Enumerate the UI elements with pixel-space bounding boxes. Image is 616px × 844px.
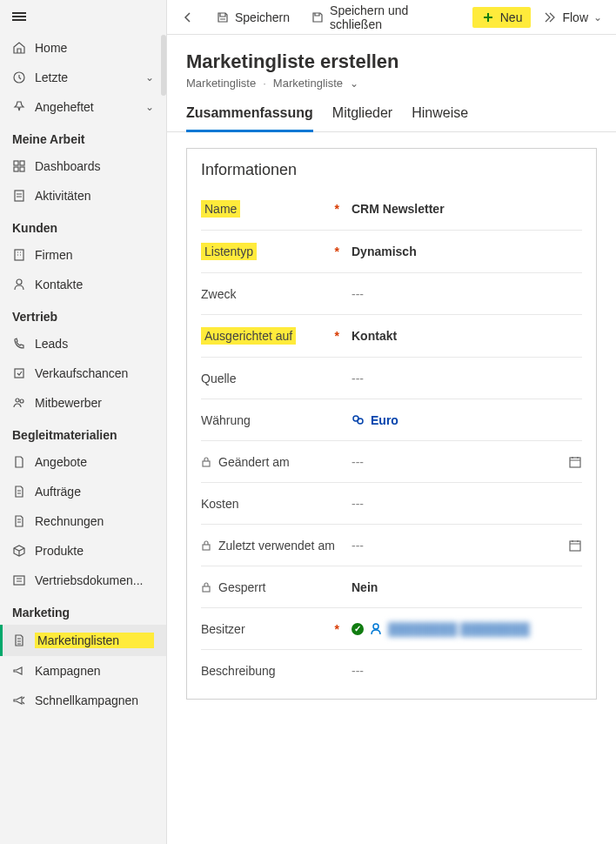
field-modified: Geändert am ---	[201, 441, 582, 483]
flow-icon	[543, 10, 557, 24]
sidebar-item-label: Angebote	[35, 455, 154, 469]
invoice-icon	[12, 514, 26, 528]
field-currency[interactable]: Währung Euro	[201, 399, 582, 441]
sidebar-item-label: Angeheftet	[35, 100, 145, 114]
field-value[interactable]: Euro	[345, 413, 582, 427]
sidebar-item-label: Home	[35, 41, 154, 55]
field-owner[interactable]: Besitzer * ✓ ████████ ████████	[201, 608, 582, 650]
sidebar-scrollbar[interactable]	[161, 35, 166, 96]
field-description[interactable]: Beschreibung ---	[201, 650, 582, 692]
calendar-icon[interactable]	[568, 539, 582, 553]
command-bar: Speichern Speichern und schließen Neu Fl…	[167, 0, 616, 35]
svg-point-19	[373, 624, 378, 629]
field-value[interactable]: ---	[345, 664, 582, 678]
list-icon	[12, 633, 26, 647]
field-source[interactable]: Quelle ---	[201, 358, 582, 399]
flow-button[interactable]: Flow ⌄	[534, 5, 611, 30]
field-label: Geändert am	[218, 455, 290, 469]
svg-point-9	[16, 399, 19, 402]
field-value[interactable]: Dynamisch	[345, 244, 582, 258]
sidebar-item-accounts[interactable]: Firmen	[0, 240, 166, 270]
sidebar-item-label: Mitbewerber	[35, 396, 154, 410]
field-locked: Gesperrt Nein	[201, 566, 582, 608]
tab-members[interactable]: Mitglieder	[332, 105, 392, 131]
lock-icon	[201, 457, 211, 467]
svg-point-13	[358, 419, 363, 424]
sidebar-item-products[interactable]: Produkte	[0, 536, 166, 566]
sidebar-item-quotes[interactable]: Angebote	[0, 447, 166, 477]
field-label: Besitzer	[201, 622, 245, 636]
sidebar-item-orders[interactable]: Aufträge	[0, 477, 166, 506]
breadcrumb: Marketingliste · Marketingliste ⌄	[186, 77, 597, 90]
sidebar-item-pinned[interactable]: Angeheftet ⌄	[0, 92, 166, 122]
chevron-down-icon: ⌄	[145, 71, 154, 84]
sidebar-item-dashboards[interactable]: Dashboards	[0, 151, 166, 181]
field-value[interactable]: ✓ ████████ ████████	[345, 622, 582, 636]
back-button[interactable]	[172, 5, 204, 30]
sidebar-item-quickcampaigns[interactable]: Schnellkampagnen	[0, 686, 166, 715]
cmd-label: Flow	[562, 10, 588, 24]
field-value[interactable]: Kontakt	[345, 329, 582, 343]
field-label: Währung	[201, 413, 251, 427]
field-value[interactable]: ---	[345, 372, 582, 385]
field-targeted[interactable]: Ausgerichtet auf * Kontakt	[201, 315, 582, 358]
save-button[interactable]: Speichern	[207, 5, 298, 30]
calendar-icon[interactable]	[568, 455, 582, 469]
save-close-button[interactable]: Speichern und schließen	[302, 0, 469, 37]
svg-rect-18	[203, 586, 210, 592]
sidebar-item-label: Firmen	[35, 248, 154, 262]
field-label: Zuletzt verwendet am	[218, 539, 335, 553]
save-icon	[216, 10, 230, 24]
card-title: Informationen	[201, 161, 582, 179]
save-close-icon	[311, 10, 325, 24]
sidebar-item-competitors[interactable]: Mitbewerber	[0, 388, 166, 418]
tabs: Zusammenfassung Mitglieder Hinweise	[167, 90, 616, 132]
owner-name: ████████ ████████	[388, 622, 530, 636]
page-header: Marketingliste erstellen Marketingliste …	[167, 35, 616, 90]
sidebar-item-opportunities[interactable]: Verkaufschancen	[0, 358, 166, 388]
tab-summary[interactable]: Zusammenfassung	[186, 105, 313, 132]
cmd-label: Speichern	[235, 10, 290, 24]
hamburger-menu[interactable]	[0, 0, 166, 33]
field-value: Nein	[345, 580, 582, 594]
cmd-label: Neu	[500, 10, 523, 24]
sidebar-item-marketinglists[interactable]: Marketinglisten	[0, 625, 166, 656]
sidebar-item-contacts[interactable]: Kontakte	[0, 270, 166, 299]
svg-rect-14	[203, 461, 210, 466]
chevron-down-icon[interactable]: ⌄	[350, 77, 358, 90]
field-label: Listentyp	[201, 243, 257, 260]
svg-rect-16	[203, 545, 210, 550]
tab-notes[interactable]: Hinweise	[412, 105, 468, 131]
sidebar-item-leads[interactable]: Leads	[0, 329, 166, 358]
sidebar-item-home[interactable]: Home	[0, 33, 166, 63]
field-cost[interactable]: Kosten ---	[201, 483, 582, 525]
new-button[interactable]: Neu	[472, 7, 532, 28]
sidebar-item-activities[interactable]: Aktivitäten	[0, 181, 166, 211]
sidebar-section-customers: Kunden	[0, 211, 166, 240]
breadcrumb-item[interactable]: Marketingliste	[186, 77, 256, 90]
field-value[interactable]: ---	[345, 287, 582, 301]
field-name[interactable]: Name * CRM Newsletter	[201, 188, 582, 231]
people-icon	[12, 396, 26, 410]
svg-rect-17	[570, 541, 580, 551]
currency-icon	[352, 413, 365, 427]
field-purpose[interactable]: Zweck ---	[201, 273, 582, 315]
sidebar-item-invoices[interactable]: Rechnungen	[0, 506, 166, 536]
field-value: ---	[345, 455, 568, 469]
document-icon	[12, 485, 26, 499]
svg-rect-8	[15, 369, 23, 378]
box-icon	[12, 544, 26, 558]
sidebar-item-campaigns[interactable]: Kampagnen	[0, 656, 166, 686]
breadcrumb-item[interactable]: Marketingliste	[273, 77, 343, 90]
field-value[interactable]: ---	[345, 497, 582, 511]
sidebar-item-salesdocs[interactable]: Vertriebsdokumen...	[0, 566, 166, 595]
sidebar-item-recent[interactable]: Letzte ⌄	[0, 63, 166, 92]
sidebar-item-label: Schnellkampagnen	[35, 693, 154, 707]
person-icon	[369, 622, 383, 636]
field-label: Beschreibung	[201, 664, 276, 678]
field-listtype[interactable]: Listentyp * Dynamisch	[201, 231, 582, 273]
field-value[interactable]: CRM Newsletter	[345, 202, 582, 216]
field-label: Name	[201, 200, 240, 218]
svg-rect-4	[20, 167, 24, 171]
clipboard-icon	[12, 189, 26, 203]
